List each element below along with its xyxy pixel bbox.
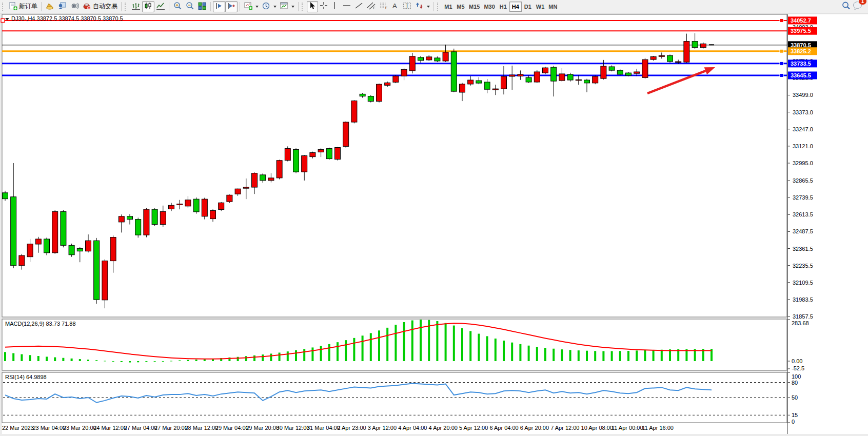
candle[interactable]: [451, 49, 457, 92]
chat-button[interactable]: 1: [853, 1, 863, 12]
candle[interactable]: [593, 75, 598, 84]
chart-dropdown-icon[interactable]: [5, 18, 9, 21]
candle[interactable]: [335, 147, 341, 160]
candle[interactable]: [219, 202, 224, 211]
candle[interactable]: [227, 194, 232, 203]
equidistant-channel-button[interactable]: E: [365, 1, 378, 12]
price-tick-label: 32235.5: [793, 263, 813, 269]
text-button[interactable]: A: [390, 1, 401, 12]
chart-canvas[interactable]: 34003.033877.033751.033625.033499.033373…: [0, 0, 868, 436]
candle[interactable]: [152, 208, 157, 226]
navigator-button[interactable]: [56, 1, 68, 12]
zoom-out-button[interactable]: [184, 1, 196, 12]
rsi-tick-label: 100: [792, 373, 801, 380]
candle[interactable]: [642, 58, 648, 79]
macd-histogram-bar: [54, 358, 56, 361]
macd-histogram-bar: [586, 351, 588, 361]
vertical-line-icon: [331, 2, 338, 11]
level-line-handle[interactable]: [780, 49, 783, 53]
time-axis-label: 6 Apr 20:00: [520, 425, 549, 431]
fibonacci-button[interactable]: F: [378, 1, 390, 12]
candle[interactable]: [351, 100, 357, 123]
timeframe-d1[interactable]: D1: [522, 2, 534, 12]
sound-button[interactable]: [68, 1, 81, 12]
bar-chart-button[interactable]: [130, 1, 142, 12]
new-order-button[interactable]: 新订单: [7, 1, 39, 12]
candle[interactable]: [94, 238, 100, 304]
macd-pane[interactable]: [2, 319, 787, 370]
toolbar-grip[interactable]: [125, 3, 128, 11]
candle[interactable]: [52, 210, 58, 254]
candle[interactable]: [393, 75, 399, 83]
macd-histogram-bar: [21, 354, 23, 361]
candle[interactable]: [343, 121, 349, 147]
level-line-handle[interactable]: [780, 73, 783, 77]
candle[interactable]: [617, 69, 623, 75]
candle[interactable]: [202, 198, 207, 220]
candle[interactable]: [667, 54, 673, 63]
macd-histogram-bar: [187, 360, 189, 361]
candle[interactable]: [135, 217, 141, 237]
candle[interactable]: [193, 197, 199, 214]
candle[interactable]: [277, 160, 282, 179]
candle[interactable]: [534, 70, 540, 83]
candle[interactable]: [44, 237, 50, 255]
toolbar-grip[interactable]: [2, 3, 6, 11]
candle[interactable]: [326, 148, 332, 160]
timeframe-w1[interactable]: W1: [534, 2, 547, 12]
search-icon: [841, 1, 851, 12]
timeframe-m5[interactable]: M5: [455, 2, 467, 12]
macd-histogram-bar: [95, 360, 97, 361]
trendline-button[interactable]: [353, 1, 365, 12]
level-line-handle[interactable]: [1, 18, 5, 22]
candle[interactable]: [144, 208, 149, 237]
indicators-dropdown-icon[interactable]: [291, 6, 294, 8]
horizontal-line-button[interactable]: [341, 1, 353, 12]
level-line-handle[interactable]: [780, 18, 783, 22]
timeframe-m30[interactable]: M30: [482, 2, 497, 12]
tile-windows-button[interactable]: [196, 1, 208, 12]
candle[interactable]: [368, 95, 373, 102]
toolbar-grip[interactable]: [302, 3, 305, 11]
zoom-in-button[interactable]: [171, 1, 184, 12]
timeframe-m1[interactable]: M1: [442, 2, 455, 12]
arrows-button[interactable]: [413, 1, 431, 12]
candle[interactable]: [543, 67, 548, 74]
candle[interactable]: [69, 244, 74, 257]
toolbar-grip[interactable]: [437, 3, 441, 11]
vertical-line-button[interactable]: [329, 1, 341, 12]
candlestick-chart-button[interactable]: [142, 1, 154, 12]
timeframe-h4[interactable]: H4: [509, 2, 522, 12]
chart-shift-button[interactable]: [225, 1, 238, 12]
auto-scroll-button[interactable]: [213, 1, 225, 12]
line-chart-button[interactable]: [154, 1, 167, 12]
timeframe-h1[interactable]: H1: [497, 2, 509, 12]
arrows-icon: [415, 2, 424, 11]
period-button[interactable]: [260, 1, 278, 12]
time-axis-label: 2 Apr 23:00: [337, 425, 366, 431]
crosshair-button[interactable]: [318, 1, 329, 12]
current-bar[interactable]: [709, 44, 714, 45]
new-chart-dropdown-icon[interactable]: [255, 6, 259, 8]
price-tick-label: 33247.0: [793, 126, 813, 132]
rsi-tick-label: 0: [792, 419, 795, 425]
search-button[interactable]: [840, 1, 853, 12]
market-watch-button[interactable]: [44, 1, 56, 12]
cursor-button[interactable]: [307, 1, 318, 12]
level-line-handle[interactable]: [780, 62, 783, 65]
autotrading-button[interactable]: 自动交易: [81, 1, 119, 12]
candle[interactable]: [293, 148, 299, 173]
timeframe-mn[interactable]: MN: [546, 2, 559, 12]
text-label-button[interactable]: T: [401, 1, 413, 12]
new-chart-button[interactable]: [242, 1, 260, 12]
candle[interactable]: [377, 84, 382, 103]
price-tick-label: 33373.0: [793, 109, 813, 115]
arrows-dropdown-icon[interactable]: [427, 6, 430, 8]
svg-text:E: E: [373, 6, 376, 10]
candle[interactable]: [285, 146, 290, 161]
period-dropdown-icon[interactable]: [273, 6, 277, 8]
chart-title[interactable]: DJ30-,H4 33872.5 33874.5 33870.5 33870.5: [5, 15, 123, 22]
indicators-button[interactable]: [278, 1, 296, 12]
timeframe-m15[interactable]: M15: [467, 2, 482, 12]
candle[interactable]: [61, 210, 66, 247]
